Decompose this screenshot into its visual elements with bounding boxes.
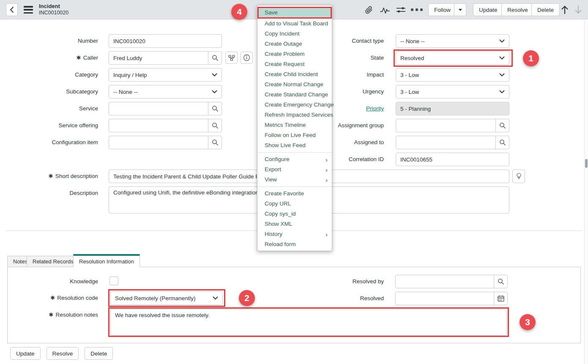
menu-item-history[interactable]: History› (257, 229, 332, 239)
resolution-code-select[interactable]: Solved Remotely (Permanently) (110, 291, 223, 305)
correlation-id-input[interactable] (396, 153, 509, 166)
header-resolve-button[interactable]: Resolve (501, 3, 534, 16)
form-context-menu-icon[interactable] (24, 6, 33, 14)
caller-lookup-button[interactable] (208, 52, 222, 64)
menu-item-add-to-visual-task-board[interactable]: Add to Visual Task Board (257, 19, 332, 29)
activity-stream-button[interactable] (377, 3, 393, 16)
contact-type-select[interactable]: -- None -- (396, 34, 509, 48)
service-offering-lookup-button[interactable] (208, 119, 222, 132)
next-record-button[interactable] (572, 3, 585, 16)
menu-item-metrics-timeline[interactable]: Metrics Timeline (257, 120, 332, 130)
resolution-notes-textarea[interactable]: We have resolved the issue remotely. (110, 309, 507, 335)
menu-item-export[interactable]: Export› (257, 164, 332, 175)
menu-item-configure[interactable]: Configure› (257, 154, 332, 164)
header-delete-button[interactable]: Delete (531, 3, 560, 16)
menu-item-create-request[interactable]: Create Request (257, 59, 332, 69)
priority-readonly-field: 5 - Planning (396, 102, 509, 115)
resolved-by-lookup-button[interactable] (494, 275, 507, 288)
service-offering-input[interactable] (109, 119, 208, 132)
service-input[interactable] (109, 102, 208, 115)
footer-resolve-button[interactable]: Resolve (46, 347, 79, 360)
tab-related-records[interactable]: Related Records (27, 256, 79, 267)
search-icon (212, 122, 219, 129)
resolved-by-input[interactable] (396, 275, 494, 288)
follow-button[interactable]: Follow (428, 3, 454, 16)
menu-item-create-outage[interactable]: Create Outage (257, 39, 332, 49)
knowledge-checkbox[interactable] (109, 276, 118, 285)
service-lookup-button[interactable] (208, 102, 222, 115)
chevron-right-icon: › (325, 177, 328, 183)
previous-record-button[interactable] (558, 3, 572, 16)
suggestion-button[interactable] (512, 170, 525, 183)
menu-item-create-problem[interactable]: Create Problem (257, 49, 332, 59)
caller-preview-button[interactable] (241, 52, 253, 64)
menu-item-refresh-impacted-services[interactable]: Refresh Impacted Services (257, 110, 332, 120)
resolved-input[interactable] (396, 292, 494, 305)
category-label: Category (6, 71, 98, 78)
tab-resolution-information[interactable]: Resolution Information (73, 254, 140, 267)
chevron-down-icon (212, 90, 217, 93)
search-icon (212, 105, 219, 112)
annotation-circle-1: 1 (523, 50, 539, 66)
footer-update-button[interactable]: Update (10, 347, 41, 360)
configuration-item-lookup-button[interactable] (208, 136, 222, 149)
personalize-form-button[interactable] (393, 3, 409, 16)
resolved-by-label: Resolved by (292, 278, 384, 285)
impact-select[interactable]: 3 - Low (396, 68, 509, 82)
number-input[interactable] (109, 34, 222, 48)
menu-item-create-normal-change[interactable]: Create Normal Change (257, 79, 332, 90)
org-chart-icon (228, 55, 235, 61)
info-icon (243, 54, 250, 61)
urgency-select[interactable]: 3 - Low (396, 85, 509, 99)
resolved-date-field (395, 292, 508, 305)
assignment-group-lookup-button[interactable] (495, 119, 509, 132)
chevron-right-icon: › (325, 231, 328, 238)
menu-item-save[interactable]: Save (257, 7, 332, 19)
scrollbar-track (584, 20, 588, 364)
resolution-notes-label: ✱Resolution notes (6, 312, 98, 318)
assigned-to-reference-field (396, 136, 509, 149)
menu-item-copy-url[interactable]: Copy URL (257, 199, 332, 209)
caller-input[interactable] (109, 52, 208, 64)
chevron-down-icon (212, 73, 217, 77)
menu-divider (257, 186, 332, 187)
caller-hierarchy-button[interactable] (225, 52, 238, 64)
required-asterisk: ✱ (49, 173, 53, 179)
arrow-down-icon (574, 5, 583, 14)
more-options-button[interactable] (409, 3, 425, 16)
scrollbar-thumb[interactable] (585, 159, 588, 168)
menu-item-copy-sys-id[interactable]: Copy sys_id (257, 209, 332, 219)
menu-item-create-standard-change[interactable]: Create Standard Change (257, 90, 332, 100)
resolved-calendar-button[interactable] (494, 292, 507, 305)
menu-item-create-favorite[interactable]: Create Favorite (257, 189, 332, 199)
search-icon (212, 55, 219, 61)
required-asterisk: ✱ (77, 55, 81, 61)
menu-item-show-xml[interactable]: Show XML (257, 219, 332, 229)
incident-form-page: Incident INC0010020 (0, 0, 588, 364)
header-update-button[interactable]: Update (473, 3, 503, 16)
priority-link[interactable]: Priority (366, 105, 384, 112)
sliders-icon (396, 6, 406, 14)
follow-dropdown-button[interactable] (454, 3, 466, 16)
subcategory-label: Subcategory (6, 88, 98, 95)
menu-item-create-emergency-change[interactable]: Create Emergency Change (257, 100, 332, 110)
attachment-button[interactable] (361, 3, 377, 16)
service-offering-label: Service offering (6, 122, 98, 129)
configuration-item-input[interactable] (109, 136, 208, 149)
category-select[interactable]: Inquiry / Help (109, 68, 222, 82)
footer-delete-button[interactable]: Delete (85, 347, 113, 360)
menu-item-follow-on-live-feed[interactable]: Follow on Live Feed (257, 130, 332, 140)
subcategory-select[interactable]: -- None -- (109, 85, 222, 99)
assigned-to-lookup-button[interactable] (495, 136, 509, 149)
menu-item-reload-form[interactable]: Reload form (257, 239, 332, 249)
back-button[interactable] (6, 3, 18, 16)
assigned-to-input[interactable] (396, 136, 495, 149)
menu-item-copy-incident[interactable]: Copy Incident (257, 29, 332, 39)
menu-item-create-child-incident[interactable]: Create Child Incident (257, 69, 332, 79)
menu-item-show-live-feed[interactable]: Show Live Feed (257, 140, 332, 151)
caller-reference-field (109, 51, 222, 65)
assignment-group-input[interactable] (396, 119, 495, 132)
menu-item-view[interactable]: View› (257, 175, 332, 185)
state-select[interactable]: Resolved (396, 51, 509, 65)
search-icon (499, 139, 506, 146)
